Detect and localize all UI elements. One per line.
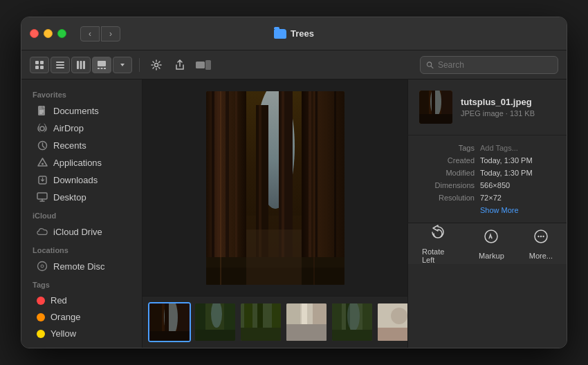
svg-rect-37 <box>226 91 229 285</box>
resolution-row: Resolution 72×72 <box>419 194 555 202</box>
show-more-row: Show More <box>419 206 555 214</box>
downloads-label: Downloads <box>53 175 98 185</box>
sidebar-item-applications[interactable]: Applications <box>26 154 138 171</box>
search-input[interactable] <box>438 60 552 70</box>
info-metadata: Tags Add Tags... Created Today, 1:30 PM … <box>408 135 567 223</box>
svg-rect-2 <box>35 66 39 69</box>
finder-window: ‹ › Trees <box>21 17 567 348</box>
main-image <box>206 91 344 285</box>
more-tool[interactable]: More... <box>529 228 553 260</box>
info-filename: tutsplus_01.jpeg <box>461 97 555 109</box>
sidebar-item-desktop[interactable]: Desktop <box>26 189 138 205</box>
downloads-icon <box>37 174 48 185</box>
svg-rect-3 <box>40 66 44 69</box>
applications-icon <box>37 157 48 168</box>
svg-point-24 <box>40 127 44 131</box>
folder-icon <box>274 29 286 39</box>
orange-tag-dot <box>37 313 45 321</box>
more-icon <box>533 228 549 249</box>
svg-rect-28 <box>37 193 47 199</box>
svg-rect-82 <box>378 328 407 342</box>
preview-toggle-button[interactable] <box>194 57 213 73</box>
view-options-button[interactable] <box>113 57 132 73</box>
main-image-view <box>143 79 407 296</box>
created-meta-value: Today, 1:30 PM <box>480 156 555 165</box>
sidebar: Favorites Documents <box>21 79 143 348</box>
info-preview: tutsplus_01.jpeg JPEG image · 131 KB <box>408 79 567 135</box>
svg-rect-16 <box>196 62 205 68</box>
column-view-button[interactable] <box>71 57 91 73</box>
airdrop-label: AirDrop <box>53 123 84 133</box>
thumbnail-2[interactable] <box>194 302 237 342</box>
thumbnail-4[interactable] <box>285 302 328 342</box>
thumbnail-strip <box>143 296 407 348</box>
sidebar-item-icloud-drive[interactable]: iCloud Drive <box>26 223 138 240</box>
sidebar-item-yellow[interactable]: Yellow <box>26 326 138 341</box>
gallery-view-button[interactable] <box>92 57 111 73</box>
svg-rect-7 <box>77 61 79 69</box>
thumbnail-5[interactable] <box>331 302 374 342</box>
recents-label: Recents <box>53 140 86 151</box>
thumbnail-1[interactable] <box>148 302 191 342</box>
svg-rect-58 <box>149 331 191 342</box>
list-view-button[interactable] <box>50 57 70 73</box>
icloud-label: iCloud <box>21 206 142 223</box>
sidebar-item-remote-disc[interactable]: Remote Disc <box>26 258 138 274</box>
svg-rect-5 <box>56 64 64 66</box>
recents-icon <box>37 140 48 151</box>
resolution-meta-value: 72×72 <box>480 194 555 202</box>
dimensions-meta-label: Dimensions <box>419 181 475 189</box>
main-content: Favorites Documents <box>21 79 567 348</box>
thumbnail-3[interactable] <box>239 302 282 342</box>
yellow-tag-dot <box>37 330 45 338</box>
markup-label: Markup <box>479 252 504 260</box>
sidebar-item-airdrop[interactable]: AirDrop <box>26 120 138 136</box>
main-image-container <box>206 91 344 285</box>
markup-icon <box>483 228 499 249</box>
minimize-button[interactable] <box>44 29 53 38</box>
documents-icon <box>37 105 48 116</box>
svg-rect-73 <box>286 324 328 342</box>
svg-rect-17 <box>205 60 211 70</box>
show-more-button[interactable]: Show More <box>480 206 555 214</box>
sidebar-item-red[interactable]: Red <box>26 292 138 308</box>
svg-rect-40 <box>309 91 311 285</box>
svg-rect-6 <box>56 67 64 68</box>
sidebar-item-orange[interactable]: Orange <box>26 309 138 325</box>
svg-rect-9 <box>83 61 85 69</box>
back-button[interactable]: ‹ <box>80 26 100 41</box>
share-button[interactable] <box>170 57 190 73</box>
red-tag-label: Red <box>50 295 67 306</box>
sidebar-item-recents[interactable]: Recents <box>26 137 138 153</box>
svg-rect-10 <box>98 61 106 66</box>
svg-rect-52 <box>246 230 302 285</box>
sidebar-item-documents[interactable]: Documents <box>26 102 138 119</box>
markup-tool[interactable]: Markup <box>479 228 504 260</box>
info-panel: tutsplus_01.jpeg JPEG image · 131 KB Tag… <box>407 79 567 348</box>
remote-disc-label: Remote Disc <box>53 261 104 272</box>
rotate-left-tool[interactable]: Rotate Left <box>422 224 454 264</box>
svg-rect-11 <box>98 68 100 69</box>
settings-button[interactable] <box>147 57 166 73</box>
svg-rect-8 <box>80 61 82 69</box>
svg-rect-35 <box>212 91 214 285</box>
close-button[interactable] <box>30 29 39 38</box>
forward-button[interactable]: › <box>101 26 120 41</box>
info-title-area: tutsplus_01.jpeg JPEG image · 131 KB <box>461 97 555 118</box>
title-bar: ‹ › Trees <box>21 17 567 50</box>
sidebar-item-downloads[interactable]: Downloads <box>26 171 138 188</box>
icon-view-button[interactable] <box>30 57 49 73</box>
airdrop-icon <box>37 122 48 133</box>
dimensions-row: Dimensions 566×850 <box>419 181 555 189</box>
maximize-button[interactable] <box>57 29 66 38</box>
tags-meta-label: Tags <box>419 144 475 152</box>
documents-label: Documents <box>53 106 99 116</box>
search-box[interactable] <box>420 56 558 74</box>
svg-rect-4 <box>56 62 64 63</box>
favorites-label: Favorites <box>21 85 142 102</box>
dimensions-meta-value: 566×850 <box>480 181 555 189</box>
svg-point-94 <box>540 235 542 236</box>
tags-meta-value[interactable]: Add Tags... <box>480 144 555 152</box>
thumbnail-6[interactable] <box>376 302 407 342</box>
icloud-icon <box>37 226 48 237</box>
